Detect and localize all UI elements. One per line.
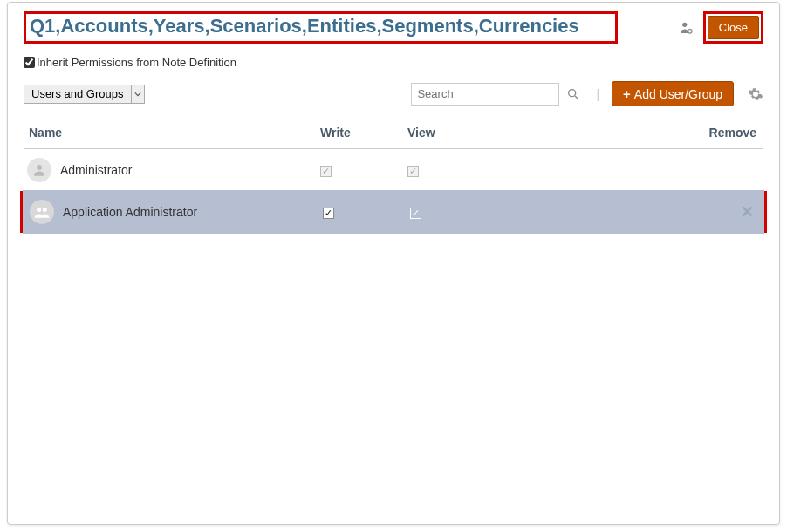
- name-cell: Application Administrator: [26, 200, 323, 224]
- col-write: Write: [320, 126, 407, 140]
- table-row-highlight: Application Administrator ✕: [20, 191, 767, 233]
- svg-point-3: [37, 165, 42, 170]
- gear-icon[interactable]: [748, 86, 763, 102]
- close-highlight: Close: [703, 11, 763, 44]
- permissions-table: Name Write View Remove Administrator: [8, 115, 779, 233]
- write-cell: [320, 162, 407, 178]
- remove-icon[interactable]: ✕: [741, 203, 754, 221]
- svg-point-2: [569, 89, 576, 96]
- title-highlight: Q1,Accounts,Years,Scenarios,Entities,Seg…: [24, 11, 618, 44]
- row-name: Administrator: [60, 163, 132, 177]
- filter-dropdown[interactable]: Users and Groups: [24, 85, 145, 104]
- view-cell: [407, 162, 634, 178]
- add-label: Add User/Group: [634, 87, 722, 101]
- group-avatar-icon: [30, 200, 54, 224]
- inherit-permissions-row: Inherit Permissions from Note Definition: [8, 49, 779, 78]
- table-header: Name Write View Remove: [24, 115, 763, 149]
- toolbar-divider: |: [596, 87, 599, 101]
- inherit-label: Inherit Permissions from Note Definition: [37, 56, 236, 69]
- view-checkbox[interactable]: [410, 208, 421, 219]
- inherit-checkbox[interactable]: [24, 57, 35, 68]
- write-cell: [323, 204, 410, 220]
- write-checkbox[interactable]: [323, 208, 334, 219]
- page-title: Q1,Accounts,Years,Scenarios,Entities,Seg…: [30, 14, 612, 39]
- svg-point-5: [43, 208, 47, 212]
- name-cell: Administrator: [24, 158, 320, 182]
- user-settings-icon[interactable]: [679, 20, 695, 36]
- user-avatar-icon: [27, 158, 51, 182]
- dialog-header: Q1,Accounts,Years,Scenarios,Entities,Seg…: [8, 3, 779, 49]
- permissions-dialog: Q1,Accounts,Years,Scenarios,Entities,Seg…: [7, 2, 780, 525]
- search-icon[interactable]: [566, 87, 580, 101]
- view-cell: [410, 204, 637, 220]
- table-row[interactable]: Administrator: [24, 149, 763, 191]
- col-view: View: [407, 126, 634, 140]
- remove-cell: ✕: [637, 202, 761, 222]
- view-checkbox: [407, 166, 419, 177]
- col-name: Name: [24, 126, 320, 140]
- add-user-group-button[interactable]: + Add User/Group: [612, 81, 734, 106]
- close-button[interactable]: Close: [708, 16, 759, 39]
- plus-icon: +: [623, 86, 631, 101]
- svg-point-4: [37, 208, 41, 212]
- svg-point-0: [682, 22, 687, 26]
- chevron-down-icon: [131, 85, 144, 103]
- write-checkbox: [320, 166, 332, 177]
- col-remove: Remove: [634, 126, 763, 140]
- search-input[interactable]: [411, 83, 559, 106]
- table-row[interactable]: Application Administrator ✕: [23, 190, 764, 234]
- toolbar: Users and Groups | + Add User/Group: [8, 78, 779, 115]
- filter-label: Users and Groups: [24, 85, 131, 103]
- row-name: Application Administrator: [63, 205, 197, 219]
